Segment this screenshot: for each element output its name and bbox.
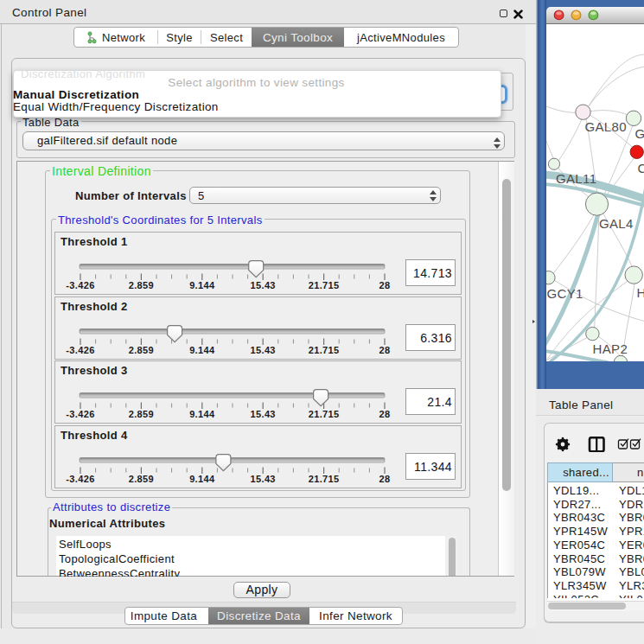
svg-text:GAL11: GAL11 xyxy=(556,171,596,186)
svg-text:H: H xyxy=(637,285,644,300)
svg-text:GAL4: GAL4 xyxy=(599,216,634,231)
svg-text:HAP2: HAP2 xyxy=(593,341,628,356)
svg-text:GA: GA xyxy=(635,126,644,141)
svg-text:GAL80: GAL80 xyxy=(585,119,627,134)
svg-text:C: C xyxy=(638,161,644,175)
svg-text:GCY1: GCY1 xyxy=(547,286,583,301)
